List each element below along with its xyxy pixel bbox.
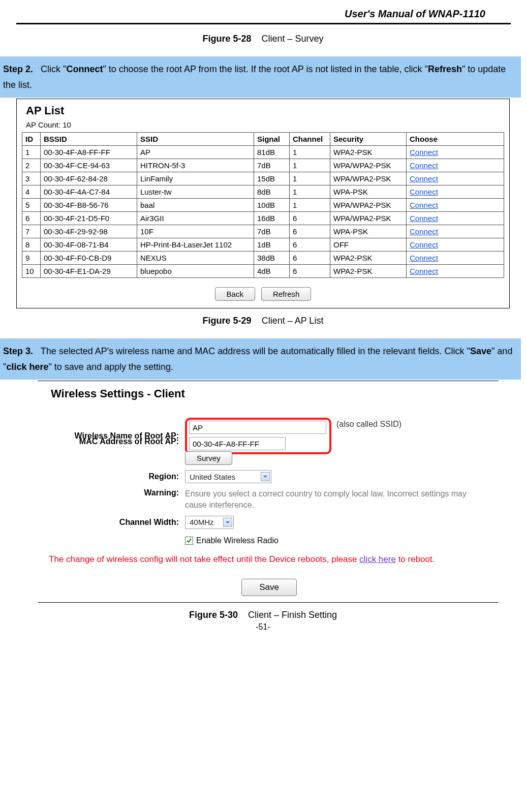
ap-cell-id: 7 [22,225,41,238]
ap-cell-choose: Connect [407,225,504,238]
ap-cell-security: WPA2-PSK [330,146,407,159]
connect-link[interactable]: Connect [410,201,438,209]
figure-30-number: Figure 5-30 [189,610,238,620]
step-2-text-a: Click " [41,64,66,74]
ssid-input[interactable] [189,421,326,434]
ap-cell-channel: 1 [290,159,330,172]
ap-cell-security: WPA-PSK [330,185,407,199]
table-row: 700-30-4F-29-92-9810F7dB6WPA-PSKConnect [22,225,504,238]
ap-cell-security: WPA/WPA2-PSK [330,172,407,185]
label-region: Region: [49,472,181,481]
ap-cell-id: 10 [22,265,41,278]
ap-cell-bssid: 00-30-4F-62-84-28 [41,172,137,185]
wireless-settings-panel: Wireless Settings - Client Wireless Name… [38,381,499,602]
enable-wireless-checkbox[interactable] [185,537,193,545]
ap-cell-ssid: NEXUS [137,252,254,265]
ap-cell-channel: 6 [290,265,330,278]
connect-link[interactable]: Connect [410,214,438,223]
ap-cell-bssid: 00-30-4F-29-92-98 [41,225,137,238]
ap-cell-signal: 7dB [254,159,290,172]
ap-cell-signal: 4dB [254,265,290,278]
figure-28-caption: Figure 5-28 Client – Survey [10,34,516,44]
figure-29-label: Client – AP List [262,316,324,326]
ap-cell-bssid: 00-30-4F-B8-56-76 [41,199,137,212]
connect-link[interactable]: Connect [410,174,438,183]
ap-table-header-security: Security [330,133,407,146]
connect-link[interactable]: Connect [410,161,438,170]
step-2-refresh: Refresh [428,64,462,74]
step-3-text-c: " to save and apply the setting. [48,362,173,372]
ap-table-header-row: ID BSSID SSID Signal Channel Security Ch… [22,133,504,146]
connect-link[interactable]: Connect [410,148,438,157]
ap-cell-ssid: baal [137,199,254,212]
table-row: 600-30-4F-21-D5-F0Air3GII16dB6WPA/WPA2-P… [22,212,504,225]
label-mac: MAC Address of Root AP: [49,437,181,446]
ap-cell-channel: 1 [290,146,330,159]
figure-29-caption: Figure 5-29 Client – AP List [10,316,516,326]
ap-cell-choose: Connect [407,172,504,185]
ap-cell-ssid: HITRON-5f-3 [137,159,254,172]
ap-cell-ssid: 10F [137,225,254,238]
connect-link[interactable]: Connect [410,254,438,262]
step-2-label: Step 2. [3,64,33,74]
region-select[interactable]: United States [185,470,271,483]
ap-cell-id: 5 [22,199,41,212]
ap-table: ID BSSID SSID Signal Channel Security Ch… [22,132,504,278]
ap-cell-bssid: 00-30-4F-21-D5-F0 [41,212,137,225]
figure-28-label: Client – Survey [261,34,323,44]
ap-cell-ssid: bluepobo [137,265,254,278]
ap-cell-ssid: AP [137,146,254,159]
ap-table-header-signal: Signal [254,133,290,146]
ap-cell-signal: 15dB [254,172,290,185]
table-row: 100-30-4F-A8-FF-FFAP81dB1WPA2-PSKConnect [22,146,504,159]
ap-cell-bssid: 00-30-4F-E1-DA-29 [41,265,137,278]
mac-input[interactable] [189,437,286,450]
connect-link[interactable]: Connect [410,188,438,196]
table-row: 500-30-4F-B8-56-76baal10dB1WPA/WPA2-PSKC… [22,199,504,212]
ap-cell-signal: 16dB [254,212,290,225]
connect-link[interactable]: Connect [410,240,438,249]
figure-29-number: Figure 5-29 [203,316,252,326]
ap-cell-signal: 7dB [254,225,290,238]
ap-cell-ssid: HP-Print-B4-LaserJet 1102 [137,238,254,252]
page-number: -51- [10,622,516,632]
back-button[interactable]: Back [215,287,255,301]
channel-width-select[interactable]: 40MHz [185,516,234,529]
ap-cell-channel: 1 [290,199,330,212]
ap-list-panel: AP List AP Count: 10 ID BSSID SSID Signa… [16,99,510,308]
figure-28-number: Figure 5-28 [202,34,251,44]
ap-cell-channel: 6 [290,238,330,252]
step-3-label: Step 3. [3,346,33,356]
ap-cell-ssid: Luster-tw [137,185,254,199]
reboot-click-here-link[interactable]: click here [359,554,396,564]
step-2-text-b: " to choose the root AP from the list. I… [103,64,427,74]
survey-button[interactable]: Survey [185,451,232,465]
connect-link[interactable]: Connect [410,267,438,275]
step-3-click-here: click here [6,362,48,372]
ap-table-header-channel: Channel [290,133,330,146]
warning-text: Ensure you select a correct country to c… [185,488,470,510]
ap-table-header-bssid: BSSID [41,133,137,146]
ap-cell-bssid: 00-30-4F-4A-C7-84 [41,185,137,199]
refresh-button[interactable]: Refresh [261,287,312,301]
ap-cell-channel: 6 [290,252,330,265]
table-row: 400-30-4F-4A-C7-84Luster-tw8dB1WPA-PSKCo… [22,185,504,199]
header-title: User's Manual of WNAP-1110 [10,8,516,23]
table-row: 1000-30-4F-E1-DA-29bluepobo4dB6WPA2-PSKC… [22,265,504,278]
ap-cell-security: WPA/WPA2-PSK [330,159,407,172]
ap-cell-bssid: 00-30-4F-F0-CB-D9 [41,252,137,265]
save-button[interactable]: Save [241,579,297,596]
ap-cell-id: 8 [22,238,41,252]
ap-cell-choose: Connect [407,252,504,265]
ap-cell-choose: Connect [407,185,504,199]
ap-cell-security: WPA/WPA2-PSK [330,212,407,225]
step-2-block: Step 2. Click "Connect" to choose the ro… [0,56,521,98]
wireless-settings-title: Wireless Settings - Client [51,387,489,400]
ap-cell-security: WPA-PSK [330,225,407,238]
ap-cell-choose: Connect [407,159,504,172]
connect-link[interactable]: Connect [410,227,438,236]
step-3-block: Step 3. The selected AP's wireless name … [0,338,521,380]
ap-cell-choose: Connect [407,265,504,278]
step-3-save: Save [470,346,491,356]
ap-count: AP Count: 10 [26,120,504,129]
